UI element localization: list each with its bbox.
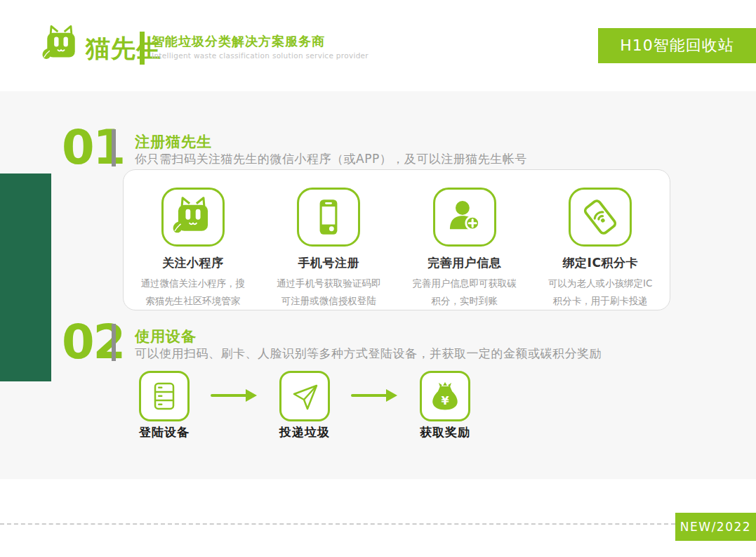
flow2-icon-frame [279,371,330,421]
card1-description: 通过微信关注小程序，搜 索猫先生社区环境管家 [141,275,246,310]
step2-title: 使用设备 [135,327,197,346]
mini-program-cat-icon [171,195,215,239]
money-bag-icon: ¥ [427,379,463,414]
new-year-badge: NEW/2022 [675,513,756,541]
step2-divider-bar [112,324,116,361]
brochure-page: 猫先生 智能垃圾分类解决方案服务商 Intelligent waste clas… [0,0,756,557]
card-follow-miniprogram: 关注小程序 通过微信关注小程序，搜 索猫先生社区环境管家 [125,170,261,310]
card-complete-profile: 完善用户信息 完善用户信息即可获取碳 积分，实时到账 [397,170,533,310]
card3-description: 完善用户信息即可获取碳 积分，实时到账 [413,275,517,310]
device-terminal-icon [147,379,182,414]
registration-cards-panel: 关注小程序 通过微信关注小程序，搜 索猫先生社区环境管家 手机号注册 通过手机号… [123,169,670,310]
card-bind-ic-card: 绑定IC积分卡 可以为老人或小孩绑定IC 积分卡，用于刷卡投递 [533,170,669,310]
step1-divider-bar [112,129,116,166]
flow1-label: 登陆设备 [115,424,213,440]
step1-description: 你只需扫码关注猫先生的微信小程序（或APP），及可以注册猫先生帐号 [135,151,527,167]
ic-card-nfc-icon [578,195,622,239]
card3-icon-frame [433,188,496,247]
user-add-icon [443,195,486,239]
paper-plane-icon [287,379,322,414]
brand-name: 猫先生 [86,32,161,65]
brand-divider [140,32,145,65]
tagline-english: Intelligent waste classification solutio… [152,51,369,60]
arrow-right-icon [351,387,399,404]
header: 猫先生 智能垃圾分类解决方案服务商 Intelligent waste clas… [0,0,756,91]
card1-icon-frame [161,188,225,247]
card4-title: 绑定IC积分卡 [563,255,638,271]
card3-title: 完善用户信息 [427,255,501,271]
flow3-label: 获取奖励 [396,424,494,440]
phone-icon [307,195,350,239]
svg-text:¥: ¥ [441,394,449,407]
step2-description: 可以使用扫码、刷卡、人脸识别等多种方式登陆设备，并获取一定的金额或碳积分奖励 [135,346,602,362]
flow2-label: 投递垃圾 [256,424,354,440]
step1-title: 注册猫先生 [135,132,212,152]
card4-description: 可以为老人或小孩绑定IC 积分卡，用于刷卡投递 [548,275,652,310]
arrow-right-icon [211,387,258,404]
tagline-chinese: 智能垃圾分类解决方案服务商 [152,33,325,50]
flow1-icon-frame [139,371,190,421]
card-phone-register: 手机号注册 通过手机号获取验证码即 可注册或微信授权登陆 [261,170,397,310]
bottom-dashed-line [0,523,675,525]
card2-description: 通过手机号获取验证码即 可注册或微信授权登陆 [277,275,381,310]
cat-logo-icon [41,24,81,65]
card1-title: 关注小程序 [162,255,224,271]
product-model-badge[interactable]: H10智能回收站 [598,28,756,63]
card2-icon-frame [297,188,360,247]
flow3-icon-frame: ¥ [420,371,470,421]
left-accent-rectangle [0,173,51,381]
card4-icon-frame [569,188,632,247]
card2-title: 手机号注册 [298,255,360,271]
